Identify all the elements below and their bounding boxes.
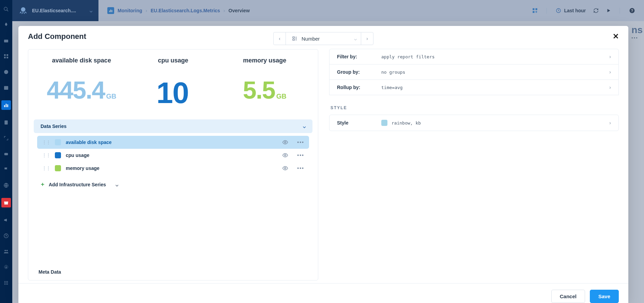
plus-icon: ＋ — [40, 181, 45, 188]
prev-type-button[interactable]: ‹ — [274, 32, 286, 45]
cancel-button[interactable]: Cancel — [551, 290, 585, 303]
series-label: memory usage — [66, 165, 99, 171]
more-icon[interactable]: ••• — [297, 140, 304, 145]
flag-icon[interactable] — [3, 167, 9, 173]
svg-point-18 — [4, 250, 6, 251]
series-swatch — [55, 165, 61, 171]
svg-rect-41 — [293, 39, 294, 40]
svg-point-26 — [7, 283, 8, 284]
visibility-icon[interactable] — [282, 139, 288, 145]
series-swatch — [55, 139, 61, 145]
next-type-button[interactable]: › — [361, 32, 373, 45]
chevron-down-icon: ⌵ — [116, 182, 118, 187]
svg-rect-40 — [293, 37, 294, 38]
meta-data-header[interactable]: Meta Data — [28, 262, 318, 280]
more-icon[interactable]: ••• — [297, 153, 304, 158]
group-by-value: no groups — [381, 70, 405, 75]
group-by-label: Group by: — [337, 69, 371, 75]
series-list: ⋮⋮ available disk space ••• ⋮⋮ cpu usage… — [28, 133, 318, 176]
rollup-by-label: Rollup by: — [337, 85, 371, 90]
modal-title: Add Component — [28, 32, 86, 41]
help-icon[interactable] — [3, 233, 9, 239]
grid-icon[interactable] — [3, 53, 9, 59]
svg-line-1 — [7, 10, 8, 11]
dashboards-icon[interactable] — [1, 100, 11, 110]
preview-card-disk: available disk space 445.4GB — [39, 57, 125, 108]
megaphone-icon[interactable] — [3, 217, 9, 223]
group-by-row[interactable]: Group by: no groups › — [329, 64, 619, 80]
series-swatch — [55, 152, 61, 158]
config-panel: Filter by: apply report filters › Group … — [329, 49, 619, 280]
component-type-select[interactable]: Number ⌵ — [286, 32, 361, 45]
number-type-icon — [292, 36, 297, 41]
svg-point-24 — [4, 283, 5, 284]
drag-handle-icon[interactable]: ⋮⋮ — [42, 153, 50, 158]
chevron-right-icon: › — [609, 54, 611, 59]
chevron-down-icon: ⌵ — [303, 124, 306, 129]
svg-point-25 — [6, 283, 7, 284]
filter-by-row[interactable]: Filter by: apply report filters › — [329, 49, 619, 64]
card-value: 10 — [156, 78, 188, 108]
preview-card-memory: memory usage 5.5GB — [221, 57, 308, 108]
card-title: memory usage — [221, 57, 308, 64]
save-button[interactable]: Save — [590, 290, 619, 303]
calendar-icon[interactable] — [3, 85, 9, 91]
svg-rect-2 — [4, 40, 8, 42]
style-row[interactable]: Style rainbow, kb › — [329, 115, 619, 131]
series-label: cpu usage — [66, 153, 89, 158]
gear-icon[interactable] — [3, 264, 9, 270]
svg-rect-13 — [4, 153, 8, 155]
gift-icon[interactable] — [1, 198, 11, 207]
team-icon[interactable] — [3, 248, 9, 255]
visibility-icon[interactable] — [282, 152, 288, 158]
expand-icon[interactable] — [3, 135, 9, 141]
add-series-button[interactable]: ＋ Add Infrastructure Series ⌵ — [28, 176, 318, 191]
svg-point-27 — [4, 284, 5, 285]
nav-sidebar — [0, 0, 12, 303]
search-icon[interactable] — [3, 6, 9, 12]
style-swatch — [381, 120, 387, 126]
doc-icon[interactable] — [3, 119, 9, 126]
svg-rect-15 — [4, 202, 8, 205]
apps-icon[interactable] — [3, 280, 9, 286]
svg-rect-8 — [4, 86, 8, 90]
drag-handle-icon[interactable]: ⋮⋮ — [42, 140, 50, 145]
close-icon[interactable]: ✕ — [613, 32, 619, 41]
more-icon[interactable]: ••• — [297, 165, 304, 171]
data-series-label: Data Series — [41, 124, 66, 129]
visibility-icon[interactable] — [282, 165, 288, 171]
svg-point-21 — [4, 281, 5, 282]
style-value: rainbow, kb — [392, 120, 421, 126]
chevron-right-icon: › — [609, 85, 611, 90]
svg-point-22 — [6, 281, 7, 282]
series-row[interactable]: ⋮⋮ cpu usage ••• — [37, 149, 309, 162]
card-title: cpu usage — [130, 57, 216, 64]
inbox-icon[interactable] — [3, 38, 9, 44]
style-section-label: STYLE — [329, 95, 619, 115]
series-row[interactable]: ⋮⋮ memory usage ••• — [37, 162, 309, 175]
svg-rect-6 — [6, 57, 8, 58]
svg-rect-9 — [4, 105, 5, 107]
rollup-by-row[interactable]: Rollup by: time=avg › — [329, 80, 619, 95]
globe-icon[interactable] — [3, 182, 9, 188]
modal-footer: Cancel Save — [18, 283, 628, 303]
alert-icon[interactable] — [3, 69, 9, 75]
svg-rect-10 — [6, 104, 7, 107]
svg-point-42 — [285, 142, 286, 143]
svg-point-29 — [7, 284, 8, 285]
card-title: available disk space — [39, 57, 125, 64]
svg-rect-5 — [4, 57, 6, 58]
rocket-icon[interactable] — [3, 22, 9, 28]
series-row[interactable]: ⋮⋮ available disk space ••• — [37, 136, 309, 149]
svg-point-28 — [6, 284, 7, 285]
preview-cards: available disk space 445.4GB cpu usage 1… — [28, 49, 318, 119]
bot-icon[interactable] — [3, 151, 9, 157]
add-component-modal: Add Component ✕ ‹ Number ⌵ › available d… — [18, 26, 628, 303]
svg-rect-16 — [4, 202, 8, 203]
drag-handle-icon[interactable]: ⋮⋮ — [42, 165, 50, 171]
data-series-header[interactable]: Data Series ⌵ — [34, 119, 312, 133]
svg-point-7 — [4, 70, 8, 74]
chevron-down-icon: ⌵ — [354, 36, 357, 41]
preview-panel: available disk space 445.4GB cpu usage 1… — [28, 49, 318, 280]
chevron-right-icon: › — [609, 69, 611, 75]
